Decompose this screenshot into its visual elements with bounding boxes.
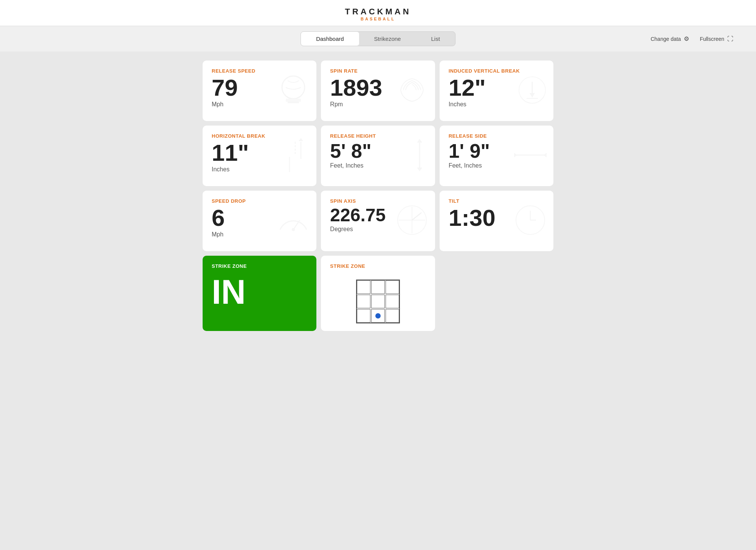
fullscreen-icon: ⛶ [727,36,733,42]
card-tilt: TILT 1:30 [440,191,553,251]
rs-unit: Feet, Inches [449,162,544,169]
sz-cell-0-2 [386,280,399,294]
spin-rate-unit: Rpm [330,101,426,108]
sa-value: 226.75 [330,206,426,224]
spin-rate-label: SPIN RATE [330,68,426,74]
card-spin-axis: SPIN AXIS 226.75 Degrees [321,191,435,251]
card-horizontal-break: HORIZONTAL BREAK 11" Inches [203,126,316,186]
tab-strikezone[interactable]: Strikezone [359,32,416,46]
nav-bar: Dashboard Strikezone List Change data ⚙ … [0,26,756,51]
change-data-button[interactable]: Change data ⚙ [651,35,689,42]
fullscreen-button[interactable]: Fullscreen ⛶ [700,36,733,42]
sz-cell-0-0 [357,280,370,294]
rs-value: 1' 9" [449,141,544,161]
card-release-speed: RELEASE SPEED 79 Mph [203,61,316,121]
card-speed-drop: SPEED DROP 6 Mph [203,191,316,251]
sz-cell-2-0 [357,309,370,323]
sz-cell-2-2 [386,309,399,323]
hb-unit: Inches [212,166,307,173]
filter-icon: ⚙ [684,35,689,42]
tab-dashboard[interactable]: Dashboard [301,32,359,46]
card-release-side: RELEASE SIDE 1' 9" Feet, Inches [440,126,553,186]
sd-value: 6 [212,206,307,230]
tab-list[interactable]: List [416,32,455,46]
fullscreen-label: Fullscreen [700,36,724,42]
sz-cell-1-2 [386,295,399,308]
header: TRACKMAN BASEBALL [0,0,756,26]
sz-in-label: STRIKE ZONE [212,263,307,269]
rh-unit: Feet, Inches [330,162,426,169]
card-strike-zone-chart: STRIKE ZONE [321,256,435,331]
sz-cell-1-1 [371,295,385,308]
spin-rate-value: 1893 [330,76,426,99]
tilt-label: TILT [449,198,544,204]
nav-tabs: Dashboard Strikezone List [301,31,455,46]
rh-value: 5' 8" [330,141,426,161]
rs-label: RELEASE SIDE [449,133,544,139]
change-data-label: Change data [651,36,681,42]
metrics-grid: RELEASE SPEED 79 Mph SPIN RATE 1893 Rpm [203,61,553,331]
sz-cell-0-1 [371,280,385,294]
strike-zone-grid [356,280,400,323]
card-release-height: RELEASE HEIGHT 5' 8" Feet, Inches [321,126,435,186]
ivb-value: 12" [449,76,544,99]
release-speed-label: RELEASE SPEED [212,68,307,74]
sa-label: SPIN AXIS [330,198,426,204]
logo: TRACKMAN [0,7,756,17]
sa-unit: Degrees [330,226,426,233]
tilt-value: 1:30 [449,206,544,230]
sz-cell-1-0 [357,295,370,308]
sz-cell-2-1 [371,309,385,323]
ivb-label: INDUCED VERTICAL BREAK [449,68,544,74]
sz-chart-label: STRIKE ZONE [330,263,426,269]
logo-sub: BASEBALL [0,17,756,21]
card-induced-vertical-break: INDUCED VERTICAL BREAK 12" Inches [440,61,553,121]
sd-unit: Mph [212,231,307,238]
main-content: RELEASE SPEED 79 Mph SPIN RATE 1893 Rpm [197,61,559,331]
pitch-location-dot [375,313,381,319]
hb-value: 11" [212,141,307,165]
card-spin-rate: SPIN RATE 1893 Rpm [321,61,435,121]
sz-in-value: IN [212,275,307,309]
ivb-unit: Inches [449,101,544,108]
hb-label: HORIZONTAL BREAK [212,133,307,139]
rh-label: RELEASE HEIGHT [330,133,426,139]
card-strike-zone-in: STRIKE ZONE IN [203,256,316,331]
release-speed-value: 79 [212,76,307,99]
release-speed-unit: Mph [212,101,307,108]
sd-label: SPEED DROP [212,198,307,204]
